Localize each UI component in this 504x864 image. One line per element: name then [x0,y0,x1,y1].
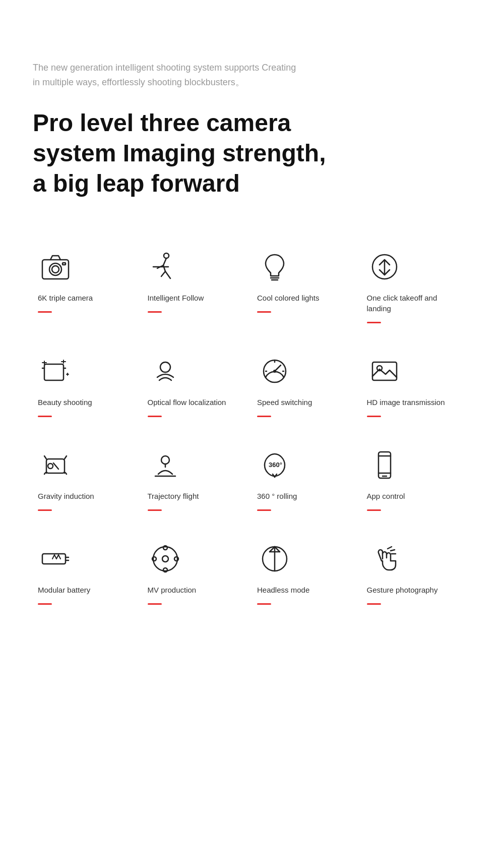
mv-icon [148,541,183,577]
svg-point-4 [164,253,169,258]
feature-line-headless-mode [257,603,271,605]
feature-label-gravity-induction: Gravity induction [38,491,94,501]
feature-item-app-control: App control [362,432,472,526]
svg-point-18 [160,362,170,372]
feature-label-gesture-photography: Gesture photography [367,585,438,595]
feature-item-hd-image: HD image transmission [362,338,472,432]
feature-line-modular-battery [38,603,52,605]
feature-label-intelligent-follow: Intelligent Follow [148,293,204,303]
svg-point-44 [163,568,167,572]
gesture-icon [367,541,402,577]
rolling-icon: 360° [257,447,292,483]
feature-item-rolling-360: 360° 360 ° rolling [252,432,362,526]
feature-item-headless-mode: Headless mode [252,526,362,620]
feature-line-hd-image [367,416,381,417]
svg-rect-3 [62,263,66,265]
svg-point-30 [161,456,169,464]
feature-label-mv-production: MV production [148,585,197,595]
bulb-icon [257,249,292,284]
feature-label-beauty-shooting: Beauty shooting [38,397,92,408]
feature-label-app-control: App control [367,491,405,501]
trajectory-icon [148,447,183,483]
svg-rect-10 [44,364,64,380]
svg-rect-25 [372,362,397,380]
feature-line-6k-triple-camera [38,311,52,313]
feature-item-speed-switching: Speed switching [252,338,362,432]
svg-point-43 [163,546,167,550]
svg-point-1 [49,263,61,275]
feature-item-modular-battery: Modular battery [33,526,143,620]
feature-line-gravity-induction [38,509,52,511]
svg-line-29 [53,463,58,469]
feature-item-gesture-photography: Gesture photography [362,526,472,620]
feature-line-beauty-shooting [38,416,52,417]
feature-line-intelligent-follow [148,311,162,313]
feature-line-trajectory-flight [148,509,162,511]
feature-label-rolling-360: 360 ° rolling [257,491,297,501]
svg-text:360°: 360° [269,461,282,469]
feature-item-trajectory-flight: Trajectory flight [143,432,253,526]
feature-label-trajectory-flight: Trajectory flight [148,491,199,501]
subtitle-text: The new generation intelligent shooting … [33,61,305,90]
feature-item-one-click-takeoff: One click takeoff and landing [362,234,472,338]
feature-label-modular-battery: Modular battery [38,585,90,595]
speed-icon [257,354,292,389]
features-grid: 6K triple camera Intelligent Follow Cool… [33,234,471,620]
feature-line-cool-colored-lights [257,311,271,313]
feature-line-rolling-360 [257,509,271,511]
main-title: Pro level three camera system Imaging st… [33,108,345,199]
feature-item-cool-colored-lights: Cool colored lights [252,234,362,338]
headless-icon [257,541,292,577]
battery-icon [38,541,73,577]
svg-point-42 [162,556,168,562]
page-container: The new generation intelligent shooting … [0,0,504,660]
svg-point-45 [152,557,156,561]
takeoff-icon [367,249,402,284]
svg-point-46 [174,557,178,561]
camera-icon [38,249,73,284]
feature-label-optical-flow: Optical flow localization [148,397,226,408]
feature-label-one-click-takeoff: One click takeoff and landing [367,293,462,314]
feature-item-intelligent-follow: Intelligent Follow [143,234,253,338]
image-icon [367,354,402,389]
feature-item-gravity-induction: Gravity induction [33,432,143,526]
feature-line-speed-switching [257,416,271,417]
app-icon [367,447,402,483]
svg-point-28 [48,464,53,469]
feature-label-headless-mode: Headless mode [257,585,309,595]
feature-item-mv-production: MV production [143,526,253,620]
feature-item-optical-flow: Optical flow localization [143,338,253,432]
svg-point-2 [52,266,59,273]
feature-label-6k-triple-camera: 6K triple camera [38,293,93,303]
feature-line-gesture-photography [367,603,381,605]
walking-icon [148,249,183,284]
gravity-icon [38,447,73,483]
feature-label-cool-colored-lights: Cool colored lights [257,293,319,303]
feature-label-speed-switching: Speed switching [257,397,312,408]
beauty-icon [38,354,73,389]
feature-label-hd-image: HD image transmission [367,397,445,408]
feature-item-6k-triple-camera: 6K triple camera [33,234,143,338]
feature-line-mv-production [148,603,162,605]
feature-line-optical-flow [148,416,162,417]
feature-item-beauty-shooting: Beauty shooting [33,338,143,432]
feature-line-app-control [367,509,381,511]
opticalflow-icon [148,354,183,389]
feature-line-one-click-takeoff [367,322,381,323]
